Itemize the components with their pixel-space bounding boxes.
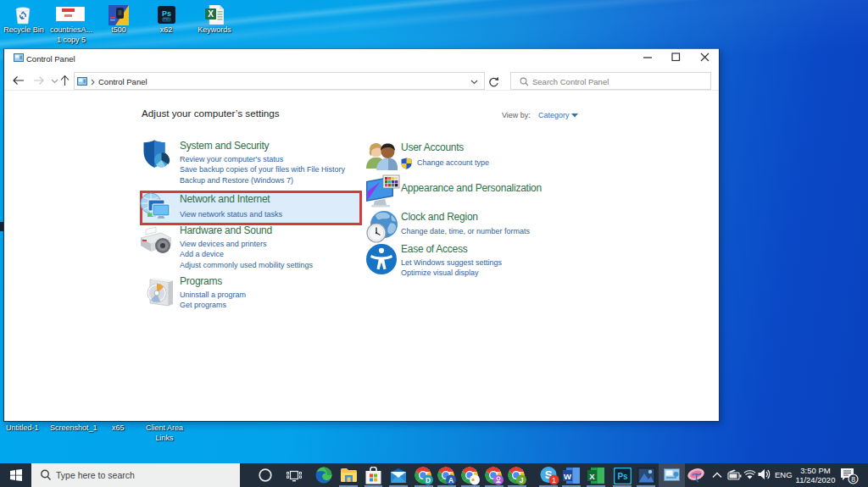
svg-text:PSD: PSD [164,18,170,21]
svg-text:X: X [208,9,214,19]
svg-text:W: W [564,472,571,481]
svg-text:A: A [448,476,453,484]
svg-text:Ps: Ps [162,9,171,18]
svg-text:Ps: Ps [617,472,628,481]
svg-text:8: 8 [851,475,855,484]
svg-text:X: X [589,472,595,481]
svg-text:1: 1 [552,476,556,484]
svg-text:D: D [426,476,431,484]
svg-text:J: J [520,476,524,484]
